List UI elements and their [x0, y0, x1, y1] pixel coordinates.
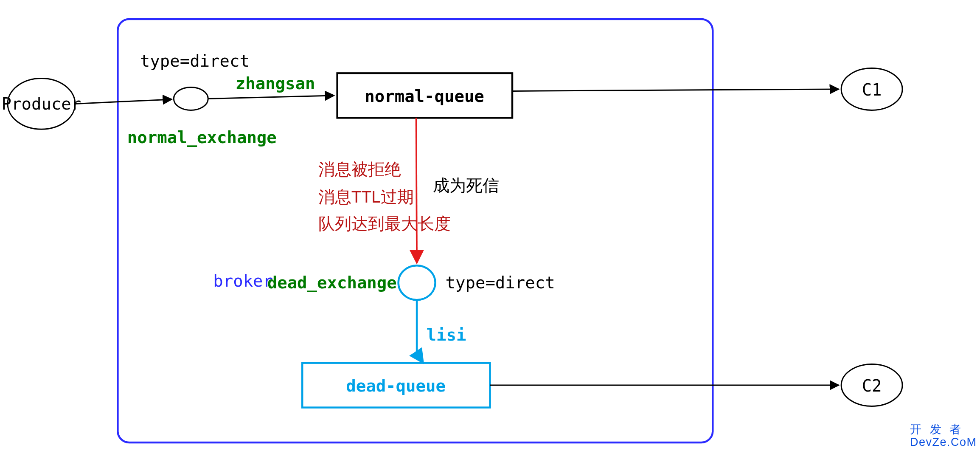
edge-exchange-to-normal-queue: [208, 96, 334, 99]
dead-reason-3: 队列达到最大长度: [318, 214, 451, 233]
broker-label: broker: [213, 271, 273, 290]
normal-exchange-type: type=direct: [140, 51, 250, 70]
normal-exchange-name: normal_exchange: [127, 128, 277, 147]
diagram-canvas: broker Producer C1 C2 type=direct normal…: [0, 0, 980, 451]
consumer-c1-label: C1: [862, 80, 882, 99]
dead-exchange-node: [399, 265, 435, 300]
edge-normal-queue-to-c1: [512, 89, 839, 91]
routing-key-zhangsan: zhangsan: [236, 74, 315, 93]
edge-producer-to-exchange: [75, 99, 172, 104]
watermark-line2: DevZe.CoM: [910, 436, 977, 448]
consumer-c2-label: C2: [862, 376, 882, 395]
dead-reason-1: 消息被拒绝: [318, 160, 401, 178]
routing-key-lisi: lisi: [427, 325, 466, 344]
dead-exchange-name: dead_exchange: [267, 273, 397, 292]
edge-dead-exchange-to-dead-queue: [417, 300, 423, 363]
dead-queue-label: dead-queue: [346, 376, 446, 395]
producer-label: Producer: [2, 94, 81, 113]
dead-exchange-type: type=direct: [446, 273, 555, 292]
edge-normal-queue-to-dead-exchange: [416, 118, 417, 263]
watermark-line1: 开 发 者: [910, 423, 963, 436]
normal-exchange-node: [174, 87, 208, 110]
dead-reason-2: 消息TTL过期: [318, 188, 414, 206]
become-dead-letter-label: 成为死信: [433, 176, 499, 195]
normal-queue-label: normal-queue: [365, 87, 484, 106]
